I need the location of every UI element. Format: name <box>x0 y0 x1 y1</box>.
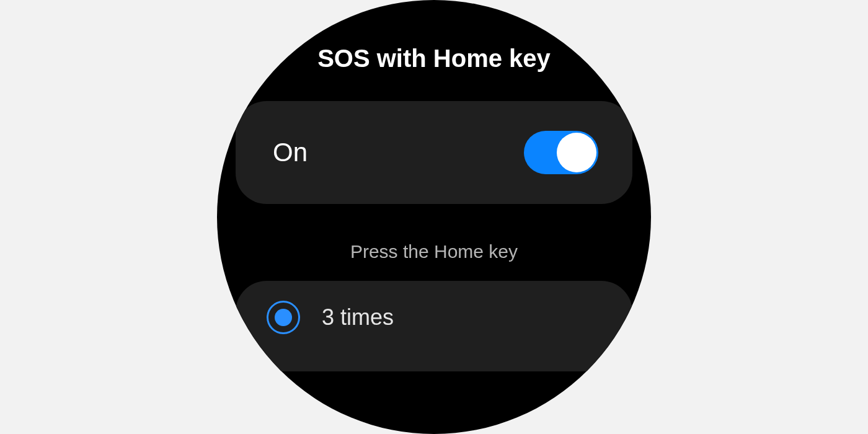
section-header: Press the Home key <box>217 241 651 262</box>
toggle-state-label: On <box>273 138 308 167</box>
toggle-switch[interactable] <box>524 131 598 174</box>
option-3-times[interactable]: 3 times <box>236 281 632 371</box>
toggle-knob <box>557 133 596 172</box>
watch-face: SOS with Home key On Press the Home key … <box>217 0 651 434</box>
radio-selected-dot <box>275 309 292 326</box>
option-label: 3 times <box>322 304 394 330</box>
radio-icon <box>267 301 300 334</box>
sos-toggle-row[interactable]: On <box>236 101 632 204</box>
settings-screen: SOS with Home key On Press the Home key … <box>217 0 651 371</box>
page-title: SOS with Home key <box>304 43 564 73</box>
